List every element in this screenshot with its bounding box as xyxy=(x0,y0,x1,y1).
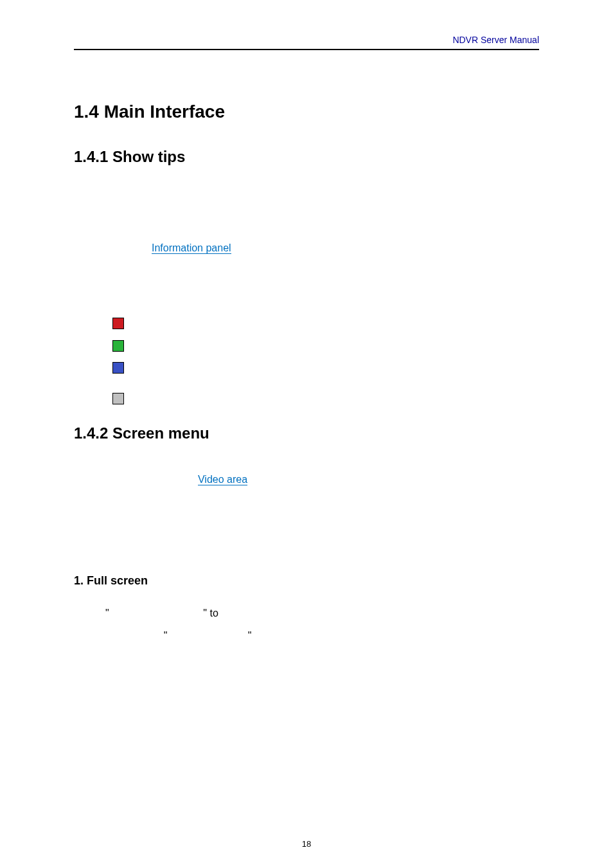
full-screen-p1mid: Full Screen Display xyxy=(112,608,200,619)
screen-menu-p1a: Click right mouse button in xyxy=(74,474,198,485)
swatch-gray-icon xyxy=(112,393,124,404)
header-rule xyxy=(74,49,539,50)
show-tips-p2b: in tool panel so that main xyxy=(234,242,348,253)
show-tips-p1b: name will be shown immediately. xyxy=(74,214,539,237)
swatch-blue-text: This color display operation event. xyxy=(130,361,287,375)
show-tips-block: When the mouse moves closely or stops ab… xyxy=(74,192,539,305)
swatch-green-text: This color display system event. xyxy=(130,338,276,352)
full-screen-p1a: Select xyxy=(74,608,105,619)
full-screen-p2mid: 640*480 Display xyxy=(170,630,245,641)
full-screen-p2c: 640*480, then full screen will be shown. xyxy=(74,647,539,669)
show-tips-p1a: When the mouse moves closely or stops ab… xyxy=(74,192,539,214)
screen-menu-p1b: , there is a menu shown xyxy=(251,474,360,485)
show-tips-p2a: Press the button xyxy=(74,242,152,253)
swatch-gray-text: This color display network event. xyxy=(130,392,280,406)
full-screen-p1: Select " Full Screen Display " to make t… xyxy=(74,602,539,624)
heading-1-4: 1.4 Main Interface xyxy=(74,102,539,122)
show-tips-p2d: in different color. xyxy=(74,282,539,305)
swatch-blue-icon xyxy=(112,362,124,374)
screen-menu-block: Click right mouse button in Video area ,… xyxy=(74,468,539,536)
heading-1-4-2: 1.4.2 Screen menu xyxy=(74,424,539,442)
full-screen-p2b: to change the resolution to xyxy=(254,630,376,641)
show-tips-p2c: interface shows related alarm event and … xyxy=(74,260,539,282)
swatch-green-icon xyxy=(112,340,124,352)
quote-close-2: " xyxy=(248,630,252,641)
heading-1-4-1: 1.4.1 Show tips xyxy=(74,148,539,166)
swatch-red-text: This color display alarm event. xyxy=(130,316,269,330)
quote-open-1: " xyxy=(105,608,109,619)
swatch-row-blue: This color display operation event. xyxy=(112,361,539,375)
running-header: NDVR Server Manual xyxy=(74,35,539,45)
screen-menu-p1: Click right mouse button in Video area ,… xyxy=(74,468,539,491)
show-tips-p2: Press the button Information panel in to… xyxy=(74,237,539,259)
full-screen-p2: And you can select " 640*480 Display " t… xyxy=(74,624,539,647)
screen-menu-p2: In this menu, you can do the operations … xyxy=(74,513,539,536)
page-number: 18 xyxy=(0,839,613,849)
full-screen-p1b: make the image displayed full screen. xyxy=(221,608,393,619)
swatch-row-red: This color display alarm event. xyxy=(112,316,539,330)
quote-close-1-to: " to xyxy=(203,608,218,619)
full-screen-block: Select " Full Screen Display " to make t… xyxy=(74,602,539,670)
heading-full-screen: 1. Full screen xyxy=(74,574,539,588)
swatch-row-green: This color display system event. xyxy=(112,338,539,352)
swatch-red-icon xyxy=(112,318,124,329)
link-video-area[interactable]: Video area xyxy=(198,474,247,485)
screen-menu-p1c: as below: xyxy=(74,491,539,513)
quote-open-2: " xyxy=(164,630,168,641)
link-information-panel[interactable]: Information panel xyxy=(152,242,231,254)
swatch-row-gray: This color display network event. xyxy=(112,392,539,406)
full-screen-p2a: And you can select xyxy=(74,630,164,641)
